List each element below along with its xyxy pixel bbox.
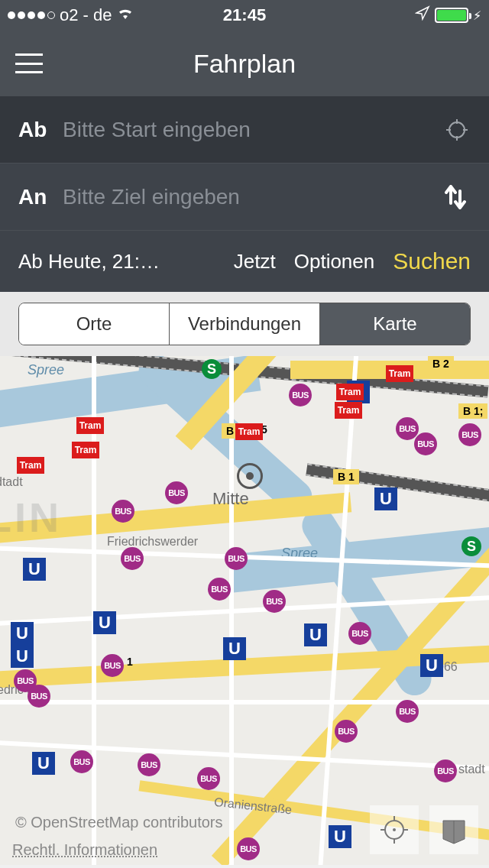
sub-label: Friedrichswerder xyxy=(107,535,198,549)
segmented-wrap: Orte Verbindungen Karte xyxy=(0,292,489,356)
menu-button[interactable] xyxy=(15,53,43,73)
ubahn-icon[interactable]: U xyxy=(304,623,327,646)
tram-icon[interactable]: Tram xyxy=(72,442,99,458)
sbahn-icon[interactable]: S xyxy=(461,536,481,556)
ubahn-icon[interactable]: U xyxy=(374,487,397,510)
ubahn-icon[interactable]: U xyxy=(11,622,34,645)
journey-search-form: Ab An Ab Heute, 21:… Jetzt Optionen Such… xyxy=(0,96,489,292)
ubahn-icon[interactable]: U xyxy=(93,611,116,634)
bus-icon[interactable]: BUS xyxy=(121,547,144,570)
search-button[interactable]: Suchen xyxy=(393,248,471,274)
road-shield: B 1 xyxy=(333,469,359,484)
bus-icon[interactable]: BUS xyxy=(237,837,260,860)
bus-icon[interactable]: BUS xyxy=(458,423,481,446)
status-bar: o2 - de 21:45 ⚡︎ xyxy=(0,0,489,31)
tram-icon[interactable]: Tram xyxy=(235,423,263,440)
now-button[interactable]: Jetzt xyxy=(234,250,276,274)
page-title: Fahrplan xyxy=(0,49,489,79)
ubahn-icon[interactable]: U xyxy=(329,825,351,848)
ubahn-icon[interactable]: U xyxy=(23,558,46,581)
svg-point-0 xyxy=(449,122,465,138)
tram-icon[interactable]: Tram xyxy=(336,384,364,400)
road-shield: B 1; xyxy=(458,403,487,419)
road-shield: B 2 xyxy=(428,356,454,371)
bus-icon[interactable]: BUS xyxy=(396,700,419,723)
ubahn-icon[interactable]: U xyxy=(420,654,443,677)
tram-icon[interactable]: Tram xyxy=(76,417,104,434)
departure-time-button[interactable]: Ab Heute, 21:… xyxy=(18,250,215,274)
district-label: Mitte xyxy=(212,489,249,509)
map-layers-button[interactable] xyxy=(429,805,478,854)
map-center-crosshair-icon xyxy=(237,463,263,489)
tab-map[interactable]: Karte xyxy=(320,303,470,345)
status-time: 21:45 xyxy=(166,5,324,25)
to-row: An xyxy=(0,164,489,231)
map-attribution: © OpenStreetMap contributors xyxy=(15,814,223,831)
bus-icon[interactable]: BUS xyxy=(138,753,160,776)
bus-icon[interactable]: BUS xyxy=(165,481,188,504)
bus-icon[interactable]: BUS xyxy=(208,578,231,601)
bus-icon[interactable]: BUS xyxy=(348,622,371,645)
city-watermark: LIN xyxy=(0,494,62,541)
sub-label: dtadt xyxy=(0,475,23,489)
charging-icon: ⚡︎ xyxy=(473,8,481,23)
map-view[interactable]: Spree Spree LIN Mitte Friedrichswerder d… xyxy=(0,356,489,865)
svg-point-6 xyxy=(393,828,396,831)
tram-icon[interactable]: Tram xyxy=(386,365,413,382)
from-label: Ab xyxy=(18,118,63,142)
bus-icon[interactable]: BUS xyxy=(112,500,134,523)
road xyxy=(0,594,489,627)
legal-link[interactable]: Rechtl. Informationen xyxy=(12,841,157,859)
carrier-label: o2 - de xyxy=(60,5,112,25)
swap-icon[interactable] xyxy=(440,183,471,211)
segmented-control: Orte Verbindungen Karte xyxy=(18,303,471,345)
tram-icon[interactable]: Tram xyxy=(335,402,362,419)
bus-icon[interactable]: BUS xyxy=(225,547,248,570)
bus-icon[interactable]: BUS xyxy=(335,720,358,743)
sub-label: stadt xyxy=(458,763,485,776)
tab-places[interactable]: Orte xyxy=(19,303,170,345)
river-label: Spree xyxy=(28,362,64,378)
to-input[interactable] xyxy=(63,185,440,209)
ubahn-icon[interactable]: U xyxy=(32,752,55,775)
ubahn-icon[interactable]: U xyxy=(11,645,34,668)
app-header: Fahrplan xyxy=(0,31,489,96)
bus-icon[interactable]: BUS xyxy=(70,750,93,773)
sbahn-icon[interactable]: S xyxy=(202,359,222,379)
form-bottom-row: Ab Heute, 21:… Jetzt Optionen Suchen xyxy=(0,231,489,292)
battery-icon xyxy=(435,8,468,23)
bus-icon[interactable]: BUS xyxy=(434,760,457,782)
location-arrow-icon xyxy=(415,5,430,25)
bus-icon[interactable]: BUS xyxy=(101,654,124,677)
to-label: An xyxy=(18,185,63,209)
options-button[interactable]: Optionen xyxy=(294,250,375,274)
bus-icon[interactable]: BUS xyxy=(414,432,437,455)
tab-connections[interactable]: Verbindungen xyxy=(170,303,320,345)
road-number: 1 xyxy=(127,656,133,668)
signal-strength-icon xyxy=(8,11,55,19)
recenter-button[interactable] xyxy=(370,805,419,854)
from-row: Ab xyxy=(0,96,489,164)
ubahn-icon[interactable]: U xyxy=(223,637,246,660)
bus-icon[interactable]: BUS xyxy=(28,685,50,708)
locate-icon[interactable] xyxy=(443,116,471,144)
bus-icon[interactable]: BUS xyxy=(263,590,286,613)
from-input[interactable] xyxy=(63,118,443,142)
map-controls xyxy=(370,805,478,854)
tram-icon[interactable]: Tram xyxy=(17,457,44,474)
bus-icon[interactable]: BUS xyxy=(289,384,312,406)
wifi-icon xyxy=(117,5,134,25)
bus-icon[interactable]: BUS xyxy=(396,417,419,440)
bus-icon[interactable]: BUS xyxy=(197,767,220,790)
